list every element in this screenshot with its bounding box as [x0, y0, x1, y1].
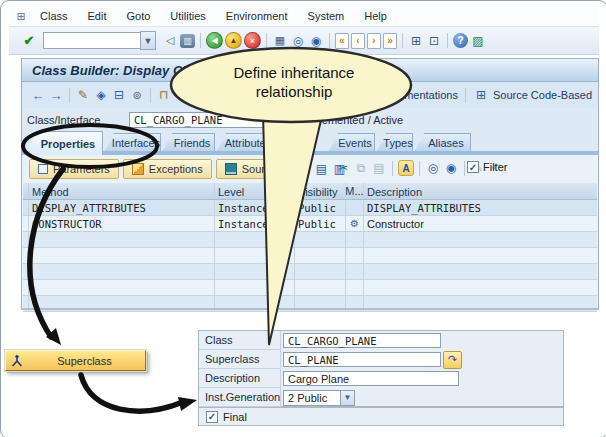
superclass-button[interactable]: Superclass	[5, 350, 146, 371]
exceptions-button[interactable]: Exceptions	[123, 159, 212, 179]
cell-visibility[interactable]: Public	[295, 216, 346, 231]
menu-environment[interactable]: Environment	[217, 8, 297, 24]
inst-generation-label: Inst.Generation	[199, 388, 281, 407]
print-icon[interactable]: ▦	[272, 33, 288, 49]
customize-layout-icon[interactable]: ▨	[470, 33, 486, 49]
sourcecode-button[interactable]: Sourcecode	[216, 159, 310, 179]
tab-label: Friends	[174, 137, 211, 149]
cancel-icon[interactable]: ×	[244, 32, 261, 49]
col-visibility[interactable]: Visibility	[295, 183, 346, 199]
cell-method[interactable]: CONSTRUCTOR	[29, 216, 215, 231]
forward-arrow-icon[interactable]: →	[48, 87, 64, 103]
cell-level[interactable]: Instance Method	[215, 216, 295, 231]
find-icon[interactable]: ◎	[425, 160, 441, 176]
separator	[200, 33, 201, 48]
find-next-icon[interactable]: ◉	[443, 160, 459, 176]
col-description[interactable]: Description	[364, 183, 597, 199]
back-triangle-icon[interactable]: ◁	[162, 33, 178, 49]
source-code-based-button[interactable]: Source Code-Based	[493, 89, 592, 101]
col-method[interactable]: Method	[29, 183, 215, 199]
col-flags[interactable]: M...	[346, 183, 364, 199]
command-field-input[interactable]	[43, 32, 140, 49]
help-icon[interactable]: ?	[453, 33, 468, 48]
menu-edit[interactable]: Edit	[79, 8, 116, 24]
find-next-icon[interactable]: ◉	[308, 33, 324, 49]
cell-method[interactable]: DISPLAY_ATTRIBUTES	[29, 200, 215, 215]
form-row-description: Description Cargo Plane	[199, 369, 563, 388]
where-used-icon[interactable]: ⊟	[111, 87, 127, 103]
tab-attributes[interactable]: Attributes	[217, 133, 273, 151]
tab-label: Interfaces	[112, 137, 160, 149]
cell-flags[interactable]: ⚙	[346, 216, 364, 231]
back-icon[interactable]: ◀	[206, 32, 223, 49]
table-row-empty[interactable]	[23, 280, 597, 296]
table-row-empty[interactable]	[23, 248, 597, 264]
first-page-icon[interactable]: «	[335, 33, 349, 49]
last-page-icon[interactable]: »	[383, 33, 397, 49]
previous-page-icon[interactable]: ‹	[351, 33, 365, 49]
cell-visibility[interactable]: Public	[295, 200, 346, 215]
description-field[interactable]: Cargo Plane	[283, 371, 459, 386]
enter-icon[interactable]: ✔	[21, 33, 37, 49]
tab-aliases[interactable]: Aliases	[415, 133, 471, 151]
menu-class[interactable]: Class	[31, 8, 77, 24]
menu-goto[interactable]: Goto	[117, 8, 159, 24]
col-level[interactable]: Level	[215, 183, 295, 199]
inst-generation-select[interactable]: 2 Public ▼	[283, 390, 355, 406]
tab-interfaces[interactable]: Interfaces	[105, 133, 161, 151]
tab-properties[interactable]: Properties	[27, 131, 103, 155]
menu-utilities[interactable]: Utilities	[161, 8, 214, 24]
find-icon[interactable]: ◎	[290, 33, 306, 49]
parameters-button[interactable]: Parameters	[29, 159, 119, 179]
page-title: Class Builder: Display Cla	[22, 63, 193, 78]
create-shortcut-icon[interactable]: ⊡	[426, 33, 442, 49]
table-row[interactable]: DISPLAY_ATTRIBUTES Instance Method Publi…	[23, 200, 597, 216]
new-session-icon[interactable]: ⊞	[408, 33, 424, 49]
check-inconsistencies-icon[interactable]: ◈	[93, 87, 109, 103]
refresh-icon[interactable]: ⊚	[129, 87, 145, 103]
system-toolbar: ✔ ▼ ◁▥◀▲×▦◎◉«‹›»⊞⊡?▨	[9, 27, 599, 55]
display-view-icon[interactable]: ▤	[313, 161, 329, 177]
superclass-field[interactable]: CL_PLANE	[283, 352, 441, 367]
exit-icon[interactable]: ▲	[225, 32, 242, 49]
class-interface-input[interactable]: CL_CARGO_PLANE	[129, 112, 279, 128]
inst-generation-value: 2 Public	[288, 392, 327, 404]
class-field[interactable]: CL_CARGO_PLANE	[283, 333, 441, 348]
cell-level[interactable]: Instance Method	[215, 200, 295, 215]
separator	[266, 33, 267, 48]
paste-icon[interactable]: ▤	[371, 160, 387, 176]
display-change-icon[interactable]: ✎	[75, 87, 91, 103]
tab-label: Events	[338, 137, 372, 149]
lock-icon[interactable]: ⊓	[156, 87, 172, 103]
cut-icon[interactable]: ✂	[335, 160, 351, 176]
superclass-value: CL_PLANE	[288, 354, 339, 366]
class-label: Class	[199, 331, 281, 350]
copy-icon[interactable]: ⧉	[353, 160, 369, 176]
command-dropdown-icon[interactable]: ▼	[140, 31, 156, 50]
source-code-based-icon[interactable]: ⊞	[473, 87, 489, 103]
menu-help[interactable]: Help	[355, 8, 396, 24]
cell-description[interactable]: Constructor	[364, 216, 597, 231]
sourcecode-icon	[225, 163, 237, 175]
system-menu-icon[interactable]: ⊞	[13, 8, 29, 24]
next-page-icon[interactable]: ›	[367, 33, 381, 49]
separator	[447, 33, 448, 48]
tab-friends[interactable]: Friends	[163, 133, 215, 151]
final-checkbox[interactable]	[206, 411, 218, 423]
cell-description[interactable]: DISPLAY_ATTRIBUTES	[364, 200, 597, 215]
table-row[interactable]: CONSTRUCTOR Instance Method Public ⚙ Con…	[23, 216, 597, 232]
save-icon[interactable]: ▥	[180, 34, 195, 48]
table-row-empty[interactable]	[23, 264, 597, 280]
form-row-inst-generation: Inst.Generation 2 Public ▼	[199, 388, 563, 407]
filter-checkbox[interactable]	[467, 161, 479, 173]
sort-icon[interactable]: A	[398, 160, 414, 176]
menu-system[interactable]: System	[299, 8, 354, 24]
table-row-empty[interactable]	[23, 232, 597, 248]
cell-flags[interactable]	[346, 200, 364, 215]
change-inheritance-icon[interactable]: ↷	[443, 351, 462, 369]
form-row-class: Class CL_CARGO_PLANE	[199, 331, 563, 350]
separator	[150, 88, 151, 103]
back-arrow-icon[interactable]: ←	[30, 87, 46, 103]
command-field[interactable]: ▼	[43, 31, 156, 50]
implementations-button[interactable]: mentations	[404, 89, 458, 101]
